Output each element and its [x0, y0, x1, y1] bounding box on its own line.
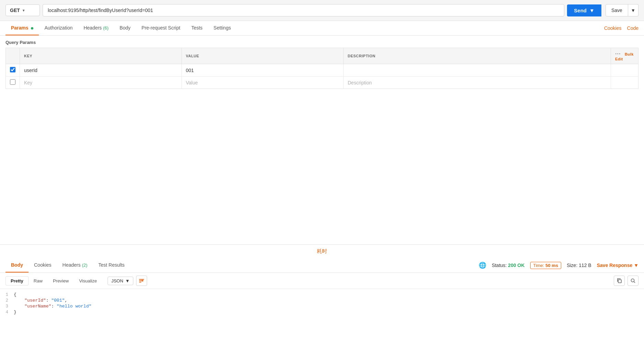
row-checkbox-cell — [6, 64, 20, 77]
params-dot — [31, 27, 33, 30]
placeholder-checkbox-cell — [6, 77, 20, 89]
tab-headers[interactable]: Headers (6) — [78, 21, 114, 35]
placeholder-value[interactable]: Value — [181, 77, 343, 89]
code-line-3: 3 "userName": "hello world" — [0, 303, 644, 309]
row-value[interactable]: 001 — [181, 64, 343, 77]
more-options-icon[interactable]: ··· — [615, 51, 621, 57]
save-response-chevron-icon: ▼ — [634, 263, 639, 268]
time-value-box: Time: 50 ms — [530, 262, 562, 269]
th-checkbox — [6, 48, 20, 64]
th-value: VALUE — [181, 48, 343, 64]
copy-button[interactable] — [614, 276, 625, 286]
globe-icon: 🌐 — [479, 262, 486, 269]
tab-params[interactable]: Params — [5, 21, 39, 35]
status-label: Status: 200 OK — [492, 263, 525, 268]
save-response-button[interactable]: Save Response ▼ — [597, 263, 639, 268]
svg-line-5 — [634, 282, 635, 283]
placeholder-checkbox[interactable] — [10, 79, 15, 85]
method-dropdown[interactable]: GET ▼ — [5, 4, 40, 16]
query-params-title: Query Params — [5, 40, 639, 45]
tabs-right-links: Cookies Code — [604, 25, 639, 31]
row-description[interactable] — [343, 64, 611, 77]
response-tab-headers[interactable]: Headers (2) — [57, 258, 93, 272]
response-status-area: 🌐 Status: 200 OK Time: 50 ms Size: 112 B… — [479, 262, 639, 269]
code-line-1: 1 { — [0, 292, 644, 298]
table-row: userId 001 — [6, 64, 639, 77]
th-key: KEY — [20, 48, 182, 64]
row-checkbox[interactable] — [10, 67, 15, 72]
code-link[interactable]: Code — [627, 25, 639, 31]
format-right-actions — [614, 276, 639, 286]
response-tab-body[interactable]: Body — [5, 258, 29, 272]
wrap-icon — [138, 278, 145, 284]
row-key[interactable]: userId — [20, 64, 182, 77]
format-tab-pretty[interactable]: Pretty — [5, 276, 29, 286]
placeholder-actions — [611, 77, 639, 89]
cookies-link[interactable]: Cookies — [604, 25, 622, 31]
search-icon — [630, 278, 636, 283]
svg-rect-3 — [618, 280, 621, 283]
response-section: 耗时 Body Cookies Headers (2) Test Results… — [0, 244, 644, 337]
format-tab-preview[interactable]: Preview — [48, 276, 74, 286]
tab-pre-request[interactable]: Pre-request Script — [136, 21, 186, 35]
url-input[interactable] — [43, 4, 564, 16]
tab-body[interactable]: Body — [114, 21, 136, 35]
response-tab-test-results[interactable]: Test Results — [93, 258, 130, 272]
tab-tests[interactable]: Tests — [186, 21, 208, 35]
format-bar: Pretty Raw Preview Visualize JSON ▼ — [0, 273, 644, 289]
url-bar: GET ▼ Send ▼ Save ▼ — [0, 0, 644, 21]
code-line-4: 4 } — [0, 309, 644, 315]
send-group: Send ▼ — [567, 4, 601, 16]
response-tab-cookies[interactable]: Cookies — [29, 258, 57, 272]
code-area: 1 { 2 "userId": "001", 3 "userName": "he… — [0, 289, 644, 337]
response-tabs: Body Cookies Headers (2) Test Results 🌐 … — [0, 258, 644, 273]
empty-space — [0, 89, 644, 244]
format-tab-visualize[interactable]: Visualize — [74, 276, 102, 286]
size-value: Size: 112 B — [567, 263, 591, 268]
format-type-dropdown[interactable]: JSON ▼ — [108, 277, 134, 285]
send-button[interactable]: Send ▼ — [567, 4, 601, 16]
elapsed-label: 耗时 — [0, 245, 644, 258]
save-dropdown-button[interactable]: ▼ — [628, 4, 639, 16]
type-chevron-icon: ▼ — [125, 278, 130, 283]
row-actions — [611, 64, 639, 77]
th-description: DESCRIPTION — [343, 48, 611, 64]
method-label: GET — [10, 8, 20, 13]
code-line-2: 2 "userId": "001", — [0, 298, 644, 303]
method-chevron-icon: ▼ — [22, 9, 25, 12]
wrap-button[interactable] — [136, 276, 147, 286]
format-tab-raw[interactable]: Raw — [29, 276, 48, 286]
search-button[interactable] — [628, 276, 639, 286]
save-button[interactable]: Save — [606, 4, 628, 16]
request-tabs: Params Authorization Headers (6) Body Pr… — [0, 21, 644, 36]
svg-point-4 — [631, 279, 634, 282]
copy-icon — [617, 278, 622, 283]
placeholder-row: Key Value Description — [6, 77, 639, 89]
tab-authorization[interactable]: Authorization — [39, 21, 78, 35]
placeholder-key[interactable]: Key — [20, 77, 182, 89]
query-params-section: Query Params KEY VALUE DESCRIPTION ··· B… — [0, 36, 644, 89]
params-table: KEY VALUE DESCRIPTION ··· Bulk Edit user… — [5, 48, 639, 89]
th-actions: ··· Bulk Edit — [611, 48, 639, 64]
send-dropdown-icon: ▼ — [589, 8, 595, 13]
tab-settings[interactable]: Settings — [208, 21, 236, 35]
placeholder-description[interactable]: Description — [343, 77, 611, 89]
status-value: 200 OK — [508, 263, 524, 268]
